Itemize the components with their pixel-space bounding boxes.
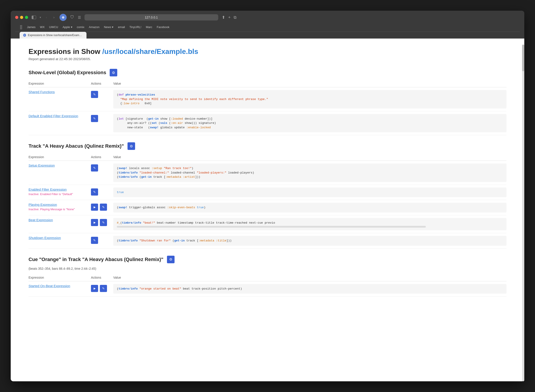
minimize-button[interactable]	[20, 16, 23, 19]
url-text: 127.0.0.1	[145, 16, 158, 19]
section-cue-title: Cue "Orange" in Track "A Heavy Abacus (Q…	[28, 257, 163, 262]
bookmark-wx[interactable]: WX	[40, 25, 45, 29]
enabled-filter-link[interactable]: Enabled Filter Expression	[28, 187, 67, 191]
expr-actions-cell: ▶ ✎	[91, 215, 113, 233]
section-cue-gear-button[interactable]: ⚙	[167, 256, 175, 263]
playing-expression-play-button[interactable]: ▶	[91, 204, 98, 211]
table-row: Playing Expression Inactive: Playing Mes…	[28, 200, 507, 215]
tabs-overview-button[interactable]: ⧉	[234, 15, 237, 20]
page-content: Expressions in Show /usr/local/share/Exa…	[11, 38, 524, 381]
bookmark-amazon[interactable]: Amazon	[89, 25, 100, 29]
expr-name-cell: Setup Expression	[28, 161, 91, 185]
tab-favicon: 1	[23, 34, 26, 37]
cue-subtitle: (beats 352–354, bars 88.4–89.2, time 2:4…	[28, 267, 507, 271]
page-title: Expressions in Show /usr/local/share/Exa…	[28, 47, 507, 56]
playing-expression-code: (swap! trigger-globals assoc :skip-even-…	[113, 203, 507, 212]
bookmark-email[interactable]: email	[118, 25, 125, 29]
playing-expression-edit-button[interactable]: ✎	[100, 204, 107, 211]
bookmark-facebook[interactable]: Facebook	[157, 25, 169, 29]
expr-name-cell: Default Enabled Filter Expression	[28, 111, 91, 135]
sidebar-toggle-button[interactable]	[32, 16, 36, 19]
share-button[interactable]: ⬆	[222, 15, 225, 20]
default-filter-link[interactable]: Default Enabled Filter Expression	[28, 114, 78, 118]
col-expression-header: Expression	[28, 80, 91, 87]
expr-name-cell: Enabled Filter Expression Inactive: Enab…	[28, 185, 91, 200]
page-scrollbar-track	[522, 45, 524, 381]
back-button[interactable]: ‹	[45, 15, 48, 20]
bookmark-apple[interactable]: Apple ▾	[63, 25, 72, 29]
reader-mode-button[interactable]: ☰	[78, 15, 81, 20]
action-buttons: ✎	[91, 187, 113, 196]
cue-expressions-table: Expression Actions Value Started On-Beat…	[28, 274, 507, 297]
expr-value-cell: #_(timbre/info "beat!" beat-number times…	[113, 215, 507, 233]
expr-value-cell: (timbre/info "orange started on beat" be…	[113, 281, 507, 296]
col-actions-header: Actions	[91, 154, 113, 161]
shield-button[interactable]: ⛉	[70, 15, 74, 20]
horizontal-scrollbar[interactable]	[117, 226, 426, 228]
enabled-filter-code: true	[113, 187, 507, 197]
started-onbeat-play-button[interactable]: ▶	[91, 285, 98, 292]
setup-expression-edit-button[interactable]: ✎	[91, 164, 98, 172]
beat-expression-link[interactable]: Beat Expression	[28, 218, 53, 222]
tab-bar: 1 Expressions in Show /usr/local/share/E…	[15, 32, 520, 38]
table-row: Default Enabled Filter Expression ✎ (let…	[28, 111, 507, 135]
action-buttons: ▶ ✎	[91, 203, 113, 211]
bookmark-news[interactable]: News ▾	[104, 25, 114, 29]
col-value-header: Value	[113, 274, 507, 281]
traffic-lights	[15, 16, 28, 19]
shared-functions-edit-button[interactable]: ✎	[91, 91, 98, 98]
started-onbeat-code: (timbre/info "orange started on beat" be…	[113, 284, 507, 294]
default-filter-edit-button[interactable]: ✎	[91, 115, 98, 122]
inactive-note-playing: Inactive: Playing Message is "None"	[28, 208, 91, 211]
table-row: Beat Expression ▶ ✎ #_(timbre/info "beat…	[28, 215, 507, 233]
playing-expression-link[interactable]: Playing Expression	[28, 203, 57, 206]
shutdown-expression-edit-button[interactable]: ✎	[91, 237, 98, 244]
section-track-header: Track "A Heavy Abacus (Qulinez Remix)" ⚙	[28, 142, 507, 150]
section-track-gear-button[interactable]: ⚙	[128, 142, 135, 150]
browser-window: ▾ ‹ › ⊕ ⛉ ☰ 127.0.0.1 ⬆ + ⧉	[11, 11, 524, 381]
chevron-down-icon: ▾	[40, 16, 41, 19]
expr-actions-cell: ✎	[91, 111, 113, 135]
bookmark-james[interactable]: James	[27, 25, 35, 29]
action-buttons: ✎	[91, 114, 113, 122]
col-expression-header: Expression	[28, 274, 91, 281]
tab-title: Expressions in Show /usr/local/share/Exa…	[28, 34, 83, 37]
col-actions-header: Actions	[91, 80, 113, 87]
table-row: Enabled Filter Expression Inactive: Enab…	[28, 185, 507, 200]
shared-functions-code: (def phrase-velocities "Map defining the…	[113, 90, 507, 108]
started-onbeat-link[interactable]: Started On-Beat Expression	[28, 284, 70, 288]
expr-value-cell: (timbre/info "Shutdown ran for" (get-in …	[113, 233, 507, 249]
bookmark-tinyurl[interactable]: TinyURL!	[129, 25, 141, 29]
beat-expression-edit-button[interactable]: ✎	[100, 219, 107, 226]
apps-grid-button[interactable]: ⣿	[20, 24, 23, 29]
shared-functions-link[interactable]: Shared Functions	[28, 90, 55, 94]
shutdown-expression-link[interactable]: Shutdown Expression	[28, 236, 61, 240]
enabled-filter-edit-button[interactable]: ✎	[91, 188, 98, 196]
new-tab-button[interactable]: +	[228, 15, 231, 20]
setup-expression-code: (swap! locals assoc :setup "Ran track to…	[113, 163, 507, 182]
page-title-link[interactable]: /usr/local/share/Example.bls	[102, 47, 198, 56]
bookmark-uwcu[interactable]: UWCU	[49, 25, 58, 29]
section-cue-header: Cue "Orange" in Track "A Heavy Abacus (Q…	[28, 256, 507, 263]
expr-value-cell: (let [signature (get-in show [:loaded de…	[113, 111, 507, 135]
expr-actions-cell: ▶ ✎	[91, 200, 113, 215]
close-button[interactable]	[15, 16, 18, 19]
started-onbeat-edit-button[interactable]: ✎	[100, 285, 107, 292]
page-scrollbar-thumb[interactable]	[522, 45, 524, 71]
url-bar[interactable]: 127.0.0.1	[85, 14, 218, 20]
track-expressions-table: Expression Actions Value Setup Expressio…	[28, 154, 507, 249]
forward-button[interactable]: ›	[52, 15, 56, 20]
expr-name-cell: Playing Expression Inactive: Playing Mes…	[28, 200, 91, 215]
page-title-prefix: Expressions in Show	[28, 47, 102, 56]
active-tab[interactable]: 1 Expressions in Show /usr/local/share/E…	[20, 32, 86, 38]
section-global-gear-button[interactable]: ⚙	[110, 69, 117, 76]
setup-expression-link[interactable]: Setup Expression	[28, 163, 55, 167]
extension-icon[interactable]: ⊕	[60, 14, 67, 21]
title-bar: ▾ ‹ › ⊕ ⛉ ☰ 127.0.0.1 ⬆ + ⧉	[11, 11, 524, 38]
expr-value-cell: (swap! locals assoc :setup "Ran track to…	[113, 161, 507, 185]
maximize-button[interactable]	[25, 16, 28, 19]
bookmark-marc[interactable]: Marc	[146, 25, 152, 29]
expr-name-cell: Started On-Beat Expression	[28, 281, 91, 296]
beat-expression-play-button[interactable]: ▶	[91, 219, 98, 226]
bookmark-comix[interactable]: comix	[77, 25, 85, 29]
